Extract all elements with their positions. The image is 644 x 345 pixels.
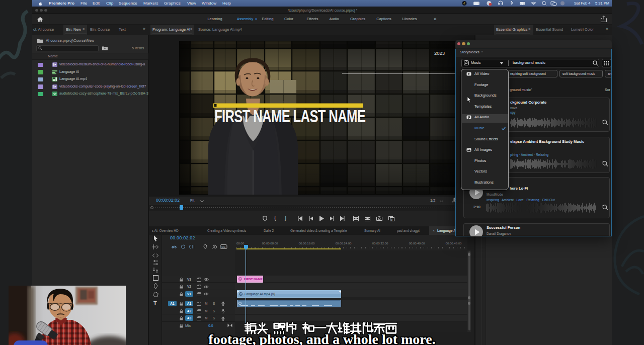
svg-text:CC: CC [221,245,225,248]
svg-text:footage, photos, and a whole l: footage, photos, and a whole lot more. [208,331,435,345]
svg-text:2023: 2023 [434,50,445,56]
svg-text:75: 75 [520,2,523,5]
svg-text:FIRST NAME LAST NAME: FIRST NAME LAST NAME [214,106,365,126]
svg-text:3: 3 [391,218,392,221]
svg-text:HD: HD [474,2,478,5]
